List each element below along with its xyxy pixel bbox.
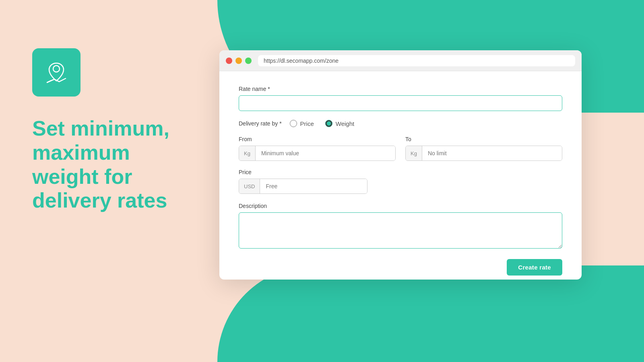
radio-weight-input[interactable] — [325, 120, 332, 127]
description-label: Description — [239, 203, 562, 209]
to-col: To Kg — [405, 136, 562, 161]
rate-name-label: Rate name * — [239, 86, 562, 92]
browser-chrome — [219, 50, 582, 71]
description-section: Description — [239, 203, 562, 250]
to-label: To — [405, 136, 562, 142]
form-footer: Create rate — [239, 259, 562, 276]
browser-content: Rate name * Delivery rate by * Price Wei… — [219, 71, 582, 280]
price-label: Price — [239, 169, 562, 175]
radio-price-input[interactable] — [290, 120, 297, 127]
price-input-group: USD — [239, 179, 367, 194]
traffic-light-yellow[interactable] — [235, 58, 242, 64]
rate-name-section: Rate name * — [239, 86, 562, 111]
browser-window: Rate name * Delivery rate by * Price Wei… — [219, 50, 582, 280]
delivery-rate-row: Delivery rate by * Price Weight — [239, 120, 562, 127]
price-input[interactable] — [260, 179, 367, 193]
from-label: From — [239, 136, 396, 142]
rate-name-input[interactable] — [239, 95, 562, 111]
tagline-text: Set minimum, maximum weight for delivery… — [32, 117, 201, 213]
left-panel: Set minimum, maximum weight for delivery… — [0, 0, 225, 362]
description-textarea[interactable] — [239, 212, 562, 249]
logo-box — [32, 48, 80, 97]
price-prefix: USD — [239, 179, 260, 193]
price-section: Price USD — [239, 169, 562, 194]
traffic-light-green[interactable] — [245, 58, 252, 64]
radio-weight-label: Weight — [336, 120, 354, 127]
from-to-row: From Kg To Kg — [239, 136, 562, 161]
to-input-group: Kg — [405, 146, 562, 161]
radio-price-option[interactable]: Price — [290, 120, 314, 127]
radio-price-label: Price — [300, 120, 314, 127]
to-input[interactable] — [422, 146, 562, 160]
address-bar[interactable] — [258, 55, 575, 66]
radio-group: Price Weight — [290, 120, 355, 127]
logo-icon — [42, 58, 70, 86]
from-input-group: Kg — [239, 146, 396, 161]
traffic-light-red[interactable] — [226, 58, 232, 64]
bg-teal-bottom — [217, 265, 644, 362]
svg-point-0 — [53, 66, 60, 72]
traffic-lights — [226, 58, 252, 64]
from-input[interactable] — [256, 146, 395, 160]
create-rate-button[interactable]: Create rate — [507, 259, 562, 276]
radio-weight-option[interactable]: Weight — [325, 120, 354, 127]
from-col: From Kg — [239, 136, 396, 161]
to-prefix: Kg — [406, 146, 422, 160]
from-prefix: Kg — [239, 146, 256, 160]
delivery-rate-label: Delivery rate by * — [239, 120, 282, 127]
